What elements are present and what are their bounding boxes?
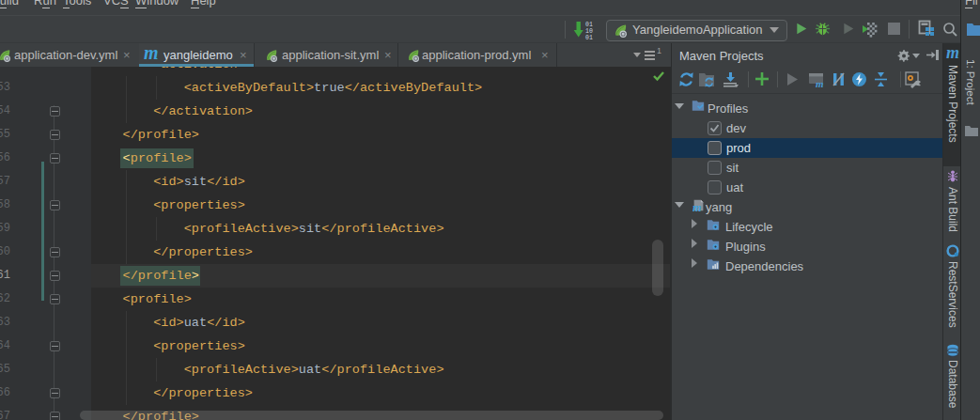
svg-text:m: m <box>692 201 701 211</box>
svg-text:m: m <box>816 78 824 88</box>
svg-text:01: 01 <box>585 35 593 40</box>
svg-text:01: 01 <box>585 22 593 28</box>
svg-text:10: 10 <box>585 28 593 35</box>
